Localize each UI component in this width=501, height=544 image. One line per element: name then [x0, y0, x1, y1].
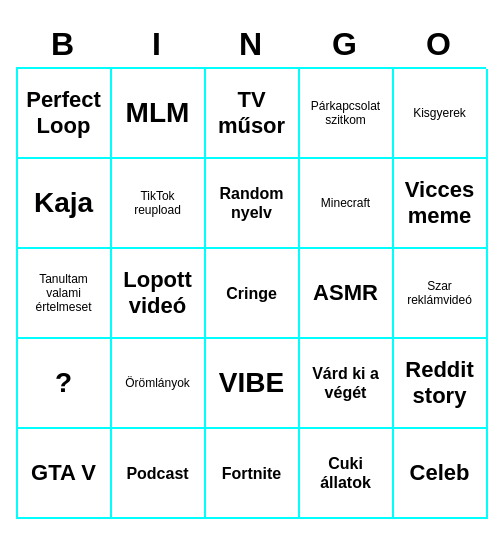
cell-label: Kaja	[34, 186, 93, 220]
bingo-cell[interactable]: Perfect Loop	[18, 69, 112, 159]
cell-label: Perfect Loop	[22, 87, 106, 140]
bingo-header-letter: G	[300, 25, 390, 63]
bingo-cell[interactable]: Várd ki a végét	[300, 339, 394, 429]
cell-label: Cringe	[226, 284, 277, 303]
bingo-cell[interactable]: MLM	[112, 69, 206, 159]
cell-label: Párkapcsolat szitkom	[304, 99, 388, 128]
cell-label: Kisgyerek	[413, 106, 466, 120]
bingo-cell[interactable]: Vicces meme	[394, 159, 488, 249]
cell-label: Fortnite	[222, 464, 282, 483]
cell-label: Lopott videó	[116, 267, 200, 320]
cell-label: VIBE	[219, 366, 284, 400]
bingo-header-letter: I	[112, 25, 202, 63]
bingo-header-letter: B	[18, 25, 108, 63]
bingo-cell[interactable]: Örömlányok	[112, 339, 206, 429]
cell-label: Örömlányok	[125, 376, 190, 390]
bingo-card: BINGO Perfect LoopMLMTV műsorPárkapcsola…	[6, 15, 496, 529]
bingo-cell[interactable]: Kaja	[18, 159, 112, 249]
bingo-header: BINGO	[16, 25, 486, 63]
bingo-cell[interactable]: Szar reklámvideó	[394, 249, 488, 339]
cell-label: TV műsor	[210, 87, 294, 140]
bingo-cell[interactable]: Kisgyerek	[394, 69, 488, 159]
cell-label: Podcast	[126, 464, 188, 483]
bingo-header-letter: O	[394, 25, 484, 63]
bingo-cell[interactable]: TikTok reupload	[112, 159, 206, 249]
cell-label: Minecraft	[321, 196, 370, 210]
bingo-cell[interactable]: TV műsor	[206, 69, 300, 159]
bingo-cell[interactable]: ?	[18, 339, 112, 429]
bingo-header-letter: N	[206, 25, 296, 63]
bingo-cell[interactable]: Cuki állatok	[300, 429, 394, 519]
bingo-cell[interactable]: Cringe	[206, 249, 300, 339]
cell-label: Celeb	[410, 460, 470, 486]
cell-label: Szar reklámvideó	[398, 279, 482, 308]
bingo-cell[interactable]: Fortnite	[206, 429, 300, 519]
bingo-cell[interactable]: GTA V	[18, 429, 112, 519]
cell-label: Random nyelv	[210, 184, 294, 222]
cell-label: ?	[55, 366, 72, 400]
bingo-cell[interactable]: Reddit story	[394, 339, 488, 429]
cell-label: Reddit story	[398, 357, 482, 410]
bingo-cell[interactable]: ASMR	[300, 249, 394, 339]
cell-label: Cuki állatok	[304, 454, 388, 492]
cell-label: ASMR	[313, 280, 378, 306]
cell-label: Tanultam valami értelmeset	[22, 272, 106, 315]
bingo-cell[interactable]: Minecraft	[300, 159, 394, 249]
bingo-cell[interactable]: Tanultam valami értelmeset	[18, 249, 112, 339]
bingo-grid: Perfect LoopMLMTV műsorPárkapcsolat szit…	[16, 67, 486, 519]
bingo-cell[interactable]: Random nyelv	[206, 159, 300, 249]
bingo-cell[interactable]: Lopott videó	[112, 249, 206, 339]
bingo-cell[interactable]: VIBE	[206, 339, 300, 429]
bingo-cell[interactable]: Párkapcsolat szitkom	[300, 69, 394, 159]
cell-label: MLM	[126, 96, 190, 130]
bingo-cell[interactable]: Celeb	[394, 429, 488, 519]
cell-label: TikTok reupload	[116, 189, 200, 218]
cell-label: Vicces meme	[398, 177, 482, 230]
cell-label: GTA V	[31, 460, 96, 486]
cell-label: Várd ki a végét	[304, 364, 388, 402]
bingo-cell[interactable]: Podcast	[112, 429, 206, 519]
